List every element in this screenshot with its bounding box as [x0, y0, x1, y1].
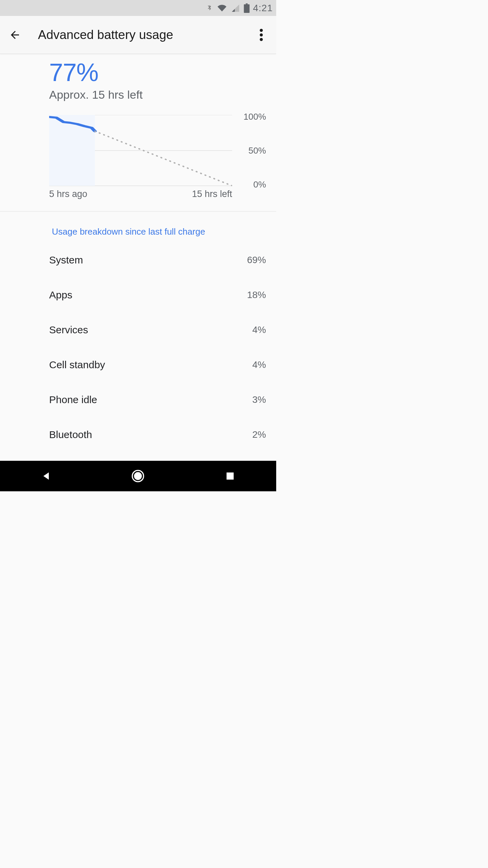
- svg-rect-1: [244, 4, 249, 13]
- wifi-icon: [217, 4, 227, 13]
- navigation-bar: [0, 461, 276, 491]
- breakdown-row-cell-standby[interactable]: Cell standby 4%: [49, 347, 266, 382]
- breakdown-label: Services: [49, 324, 88, 336]
- breakdown-row-bluetooth[interactable]: Bluetooth 2%: [49, 417, 266, 452]
- bluetooth-icon: [206, 3, 213, 13]
- breakdown-value: 18%: [247, 290, 266, 300]
- svg-point-11: [134, 472, 142, 480]
- cell-signal-icon: [231, 4, 240, 13]
- battery-icon: [244, 3, 250, 13]
- breakdown-value: 3%: [252, 394, 266, 405]
- svg-point-3: [260, 33, 263, 36]
- x-tick-end: 15 hrs left: [192, 189, 232, 199]
- breakdown-label: Bluetooth: [49, 429, 92, 440]
- battery-estimate: Approx. 15 hrs left: [49, 88, 266, 101]
- status-time: 4:21: [253, 3, 273, 14]
- svg-point-4: [260, 38, 263, 41]
- square-recents-icon: [225, 471, 235, 481]
- app-bar: Advanced battery usage: [0, 16, 276, 54]
- page-title: Advanced battery usage: [38, 28, 255, 42]
- nav-recents-button[interactable]: [220, 466, 240, 486]
- svg-rect-0: [246, 3, 248, 4]
- breakdown-value: 4%: [252, 359, 266, 370]
- breakdown-row-services[interactable]: Services 4%: [49, 312, 266, 347]
- breakdown-label: Apps: [49, 289, 72, 301]
- screen: 4:21 Advanced battery usage 77% Approx. …: [0, 0, 276, 491]
- chart-y-axis: 100% 50% 0%: [236, 115, 266, 186]
- breakdown-title: Usage breakdown since last full charge: [49, 212, 266, 242]
- breakdown-value: 4%: [252, 324, 266, 335]
- circle-home-icon: [131, 469, 145, 483]
- breakdown-label: Phone idle: [49, 394, 97, 406]
- breakdown-value: 69%: [247, 255, 266, 265]
- svg-line-9: [95, 131, 232, 186]
- nav-home-button[interactable]: [128, 466, 148, 486]
- content-area: 77% Approx. 15 hrs left 100%: [0, 54, 276, 452]
- svg-rect-12: [227, 473, 234, 480]
- arrow-left-icon: [9, 29, 21, 41]
- breakdown-value: 2%: [252, 429, 266, 440]
- chart-plot-area: [49, 115, 232, 186]
- breakdown-label: Cell standby: [49, 359, 105, 371]
- battery-chart[interactable]: 100% 50% 0% 5 hrs ago 15 hrs left: [49, 115, 266, 200]
- y-tick-100: 100%: [244, 112, 266, 122]
- status-bar: 4:21: [0, 0, 276, 16]
- svg-rect-8: [49, 115, 95, 186]
- breakdown-label: System: [49, 254, 83, 266]
- overflow-menu-button[interactable]: [255, 28, 268, 42]
- back-button[interactable]: [8, 28, 22, 42]
- battery-percent: 77%: [49, 54, 266, 87]
- svg-point-2: [260, 29, 263, 32]
- chart-x-axis: 5 hrs ago 15 hrs left: [49, 189, 232, 199]
- more-vert-icon: [260, 29, 263, 41]
- breakdown-row-phone-idle[interactable]: Phone idle 3%: [49, 382, 266, 417]
- triangle-back-icon: [41, 471, 52, 481]
- breakdown-row-system[interactable]: System 69%: [49, 242, 266, 277]
- nav-back-button[interactable]: [36, 466, 56, 486]
- x-tick-start: 5 hrs ago: [49, 189, 87, 199]
- breakdown-row-apps[interactable]: Apps 18%: [49, 277, 266, 312]
- y-tick-50: 50%: [248, 145, 266, 156]
- y-tick-0: 0%: [253, 179, 266, 190]
